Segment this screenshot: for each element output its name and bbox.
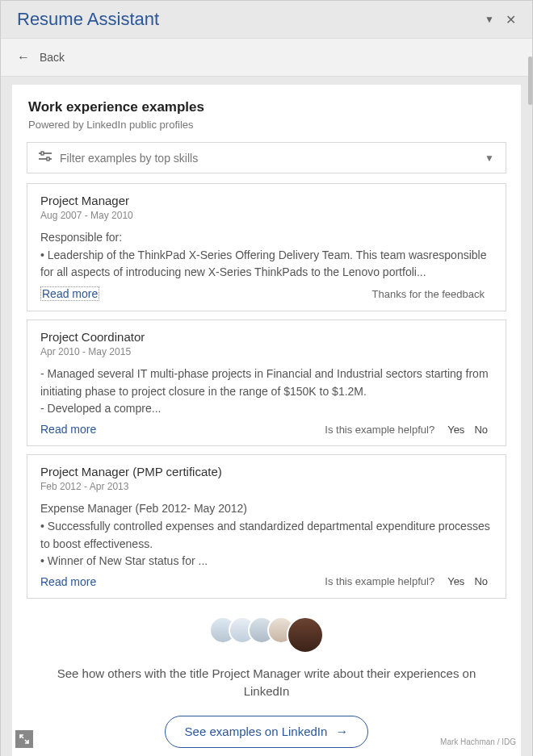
- card-title: Project Manager: [40, 194, 493, 207]
- cta-label: See examples on LinkedIn: [185, 725, 328, 738]
- feedback-question: Is this example helpful?: [325, 424, 434, 436]
- card-title: Project Coordinator: [40, 330, 493, 344]
- feedback-no[interactable]: No: [474, 424, 488, 436]
- promo-text: See how others with the title Project Ma…: [12, 665, 521, 701]
- panel-title: Resume Assistant: [17, 9, 485, 30]
- section-heading: Work experience examples: [28, 99, 505, 115]
- feedback-question: Is this example helpful?: [325, 575, 434, 587]
- back-arrow-icon[interactable]: ←: [17, 50, 30, 65]
- back-toolbar: ← Back: [1, 38, 532, 77]
- image-credit: Mark Hachman / IDG: [440, 737, 516, 746]
- card-dates: Apr 2010 - May 2015: [40, 346, 493, 357]
- close-icon[interactable]: ✕: [506, 12, 516, 27]
- experience-card: Project Manager Aug 2007 - May 2010 Resp…: [27, 183, 506, 311]
- filter-dropdown[interactable]: Filter examples by top skills ▼: [27, 142, 506, 173]
- read-more-link[interactable]: Read more: [40, 286, 99, 301]
- svg-rect-1: [41, 152, 44, 155]
- sliders-icon: [39, 151, 52, 165]
- avatar: [287, 616, 324, 654]
- scrollbar-thumb[interactable]: [528, 56, 532, 105]
- experience-card: Project Coordinator Apr 2010 - May 2015 …: [27, 320, 506, 446]
- titlebar: Resume Assistant ▼ ✕: [1, 1, 532, 38]
- chevron-down-icon: ▼: [485, 152, 494, 164]
- avatar-stack: [12, 616, 521, 654]
- feedback-no[interactable]: No: [474, 575, 488, 587]
- feedback-yes[interactable]: Yes: [447, 424, 464, 436]
- section-header: Work experience examples Powered by Link…: [12, 99, 521, 142]
- see-examples-button[interactable]: See examples on LinkedIn →: [165, 716, 369, 748]
- expand-icon[interactable]: [15, 730, 33, 748]
- svg-rect-3: [47, 157, 49, 161]
- feedback-thanks: Thanks for the feedback: [372, 288, 485, 300]
- card-body: - Managed several IT multi-phase project…: [40, 365, 493, 418]
- feedback-yes[interactable]: Yes: [447, 575, 464, 587]
- content-area: Work experience examples Powered by Link…: [12, 85, 521, 756]
- section-subtitle: Powered by LinkedIn public profiles: [28, 119, 505, 131]
- arrow-right-icon: →: [335, 725, 348, 739]
- read-more-link[interactable]: Read more: [40, 575, 96, 588]
- card-title: Project Manager (PMP certificate): [40, 465, 493, 478]
- filter-label: Filter examples by top skills: [60, 152, 485, 165]
- experience-card: Project Manager (PMP certificate) Feb 20…: [27, 454, 506, 599]
- dropdown-icon[interactable]: ▼: [485, 14, 494, 25]
- resume-assistant-panel: Resume Assistant ▼ ✕ ← Back Work experie…: [0, 0, 533, 756]
- card-dates: Feb 2012 - Apr 2013: [40, 481, 493, 492]
- card-dates: Aug 2007 - May 2010: [40, 210, 493, 221]
- card-body: Expense Manager (Feb 2012- May 2012) • S…: [40, 500, 493, 570]
- read-more-link[interactable]: Read more: [40, 423, 96, 436]
- card-body: Responsible for: • Leadership of the Thi…: [40, 229, 493, 282]
- back-button[interactable]: Back: [40, 51, 65, 64]
